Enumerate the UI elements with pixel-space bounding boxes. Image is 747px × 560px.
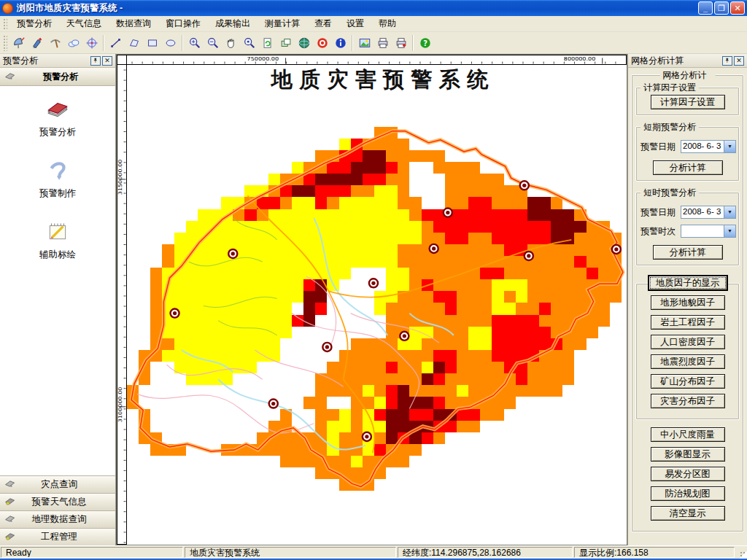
factor-setting-button[interactable]: 计算因子设置 <box>651 95 725 109</box>
help-icon[interactable]: ? <box>416 34 434 52</box>
short-term-date-label: 预警日期 <box>640 141 681 153</box>
minimize-button[interactable]: _ <box>698 1 713 15</box>
extra-button-中小尺度雨量[interactable]: 中小尺度雨量 <box>651 427 725 442</box>
left-item-预警分析[interactable]: 预警分析 <box>39 96 76 139</box>
panel-bar-label: 地理数据查询 <box>20 513 115 526</box>
immediate-analyze-button[interactable]: 分析计算 <box>653 245 723 260</box>
restore-button[interactable]: ❐ <box>714 1 729 15</box>
extra-button-影像图显示[interactable]: 影像图显示 <box>651 447 725 462</box>
book-icon <box>45 96 70 123</box>
immediate-time-select[interactable]: ▼ <box>681 225 736 238</box>
extra-button-清空显示[interactable]: 清空显示 <box>651 506 725 521</box>
factor-button-灾害分布因子[interactable]: 灾害分布因子 <box>651 394 725 408</box>
image-icon[interactable] <box>355 34 374 52</box>
toolbar-grip[interactable] <box>2 34 7 51</box>
chevron-down-icon[interactable]: ▼ <box>724 225 735 237</box>
menu-1[interactable]: 天气信息 <box>59 15 109 32</box>
menu-0[interactable]: 预警分析 <box>9 15 59 32</box>
line-icon[interactable] <box>107 34 125 52</box>
stop-icon[interactable] <box>313 34 331 52</box>
zoom-in-icon[interactable] <box>185 34 204 52</box>
factor-button-地形地貌因子[interactable]: 地形地貌因子 <box>651 295 725 310</box>
cloud-icon[interactable] <box>64 34 82 52</box>
right-panel: 网格分析计算 🖈 ✕ 网格分析计算 计算因子设置 计算因子设置 短期预警分析 预… <box>627 54 747 545</box>
left-panel: 预警分析 🖈 ✕ 预警分析 预警分析预警制作辅助标绘 灾点查询预警天气信息地理数… <box>0 54 116 545</box>
short-term-analyze-button[interactable]: 分析计算 <box>653 160 723 175</box>
short-term-date-select[interactable]: 2008- 6- 3 ▼ <box>681 140 736 153</box>
svg-text:3150000.00: 3150000.00 <box>117 159 123 195</box>
pan-icon[interactable] <box>222 34 240 52</box>
close-button[interactable]: ✕ <box>730 1 745 15</box>
sketch-icon <box>45 219 70 246</box>
factor-button-地震烈度因子[interactable]: 地震烈度因子 <box>651 354 725 369</box>
spray-icon[interactable] <box>28 34 46 52</box>
menu-bar: 预警分析天气信息数据查询窗口操作成果输出测量计算查看设置帮助 <box>0 16 747 32</box>
factor-setting-group: 计算因子设置 计算因子设置 <box>635 87 740 116</box>
immediate-date-select[interactable]: 2008- 6- 3 ▼ <box>681 206 736 219</box>
resize-grip[interactable] <box>735 546 747 559</box>
menu-6[interactable]: 查看 <box>307 15 339 32</box>
zoom-out-icon[interactable] <box>204 34 222 52</box>
print-color-icon[interactable] <box>392 34 410 52</box>
refresh-icon[interactable] <box>258 34 276 52</box>
immediate-time-value <box>681 225 724 237</box>
menu-7[interactable]: 设置 <box>339 15 371 32</box>
extra-button-易发分区图[interactable]: 易发分区图 <box>651 467 725 481</box>
pin-icon[interactable]: 🖈 <box>90 56 101 66</box>
rectangle-icon[interactable] <box>143 34 161 52</box>
svg-text:?: ? <box>423 39 427 47</box>
layers-icon[interactable] <box>276 34 295 52</box>
geo-factor-display-button[interactable]: 地质因子的显示 <box>648 275 728 291</box>
factor-buttons-group: 地形地貌因子岩土工程因子人口密度因子地震烈度因子矿山分布因子灾害分布因子 <box>635 283 740 420</box>
toolbar-separator <box>182 35 183 51</box>
map-canvas[interactable]: 地质灾害预警系统 <box>127 65 627 545</box>
menu-4[interactable]: 成果输出 <box>208 15 258 32</box>
menu-8[interactable]: 帮助 <box>371 15 403 32</box>
short-term-date-value: 2008- 6- 3 <box>681 141 724 152</box>
immediate-date-value: 2008- 6- 3 <box>681 206 724 218</box>
factor-button-人口密度因子[interactable]: 人口密度因子 <box>651 335 725 349</box>
left-item-预警制作[interactable]: 预警制作 <box>39 158 76 200</box>
right-panel-close-icon[interactable]: ✕ <box>734 56 744 66</box>
status-system-name: 地质灾害预警系统 <box>185 547 396 558</box>
pick-icon[interactable] <box>46 34 64 52</box>
panel-bar-预警天气信息[interactable]: 预警天气信息 <box>0 493 115 510</box>
left-panel-title: 预警分析 <box>3 55 89 67</box>
print-icon[interactable] <box>374 34 392 52</box>
factor-button-岩土工程因子[interactable]: 岩土工程因子 <box>651 315 725 330</box>
factor-button-矿山分布因子[interactable]: 矿山分布因子 <box>651 374 725 389</box>
extra-button-防治规划图[interactable]: 防治规划图 <box>651 486 725 501</box>
pin-icon[interactable]: 🖈 <box>722 56 732 66</box>
radar-icon[interactable] <box>9 34 28 52</box>
ellipse-icon[interactable] <box>161 34 179 52</box>
menu-5[interactable]: 测量计算 <box>258 15 307 32</box>
polygon-icon[interactable] <box>125 34 143 52</box>
status-coordinates: 经纬度:114.296875,28.162686 <box>398 547 573 558</box>
short-term-group: 短期预警分析 预警日期 2008- 6- 3 ▼ 分析计算 <box>635 126 740 182</box>
target-icon[interactable] <box>82 34 101 52</box>
left-panel-body: 预警分析预警制作辅助标绘 <box>0 86 115 475</box>
grid-analysis-group: 网格分析计算 计算因子设置 计算因子设置 短期预警分析 预警日期 2008- 6… <box>631 74 744 532</box>
left-item-label: 预警分析 <box>39 126 76 139</box>
panel-bar-地理数据查询[interactable]: 地理数据查询 <box>0 510 115 528</box>
menu-3[interactable]: 窗口操作 <box>158 15 208 32</box>
left-panel-header[interactable]: 预警分析 <box>0 68 115 86</box>
panel-bar-灾点查询[interactable]: 灾点查询 <box>0 475 115 493</box>
chevron-down-icon[interactable]: ▼ <box>724 206 735 218</box>
globe-icon[interactable] <box>295 34 313 52</box>
left-panel-close-icon[interactable]: ✕ <box>102 56 112 66</box>
immediate-date-label: 预警日期 <box>640 206 681 219</box>
window-title: 浏阳市地质灾害预警系统 - <box>17 2 697 15</box>
menu-2[interactable]: 数据查询 <box>109 15 158 32</box>
panel-bar-工程管理[interactable]: 工程管理 <box>0 528 115 545</box>
zoom-extent-icon[interactable] <box>240 34 258 52</box>
left-item-辅助标绘[interactable]: 辅助标绘 <box>39 219 76 261</box>
left-panel-header-label: 预警分析 <box>20 71 115 83</box>
menubar-grip[interactable] <box>2 18 7 30</box>
app-logo-icon <box>2 3 13 14</box>
info-icon[interactable] <box>331 34 349 52</box>
chevron-down-icon[interactable]: ▼ <box>724 141 735 152</box>
warning-make-icon <box>45 158 70 184</box>
map-document: 750000.00800000.00 3150000.003100000.00 … <box>116 54 627 545</box>
svg-text:750000.00: 750000.00 <box>247 55 279 61</box>
